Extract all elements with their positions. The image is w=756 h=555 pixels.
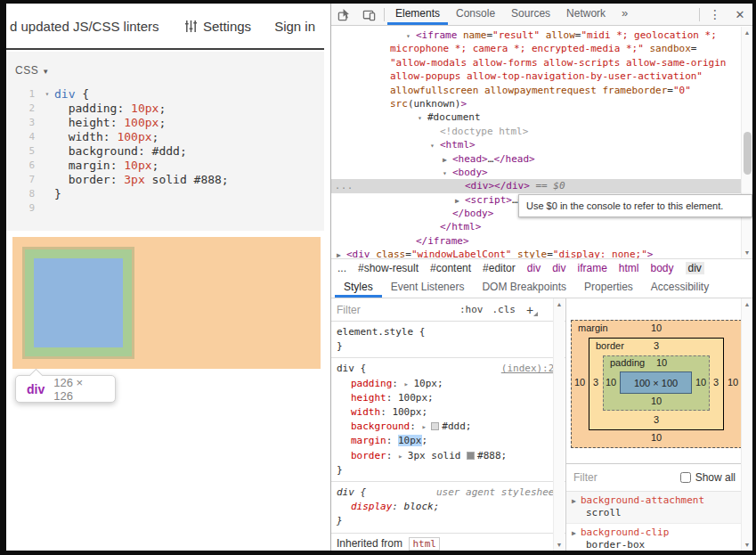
tree-node[interactable]: ▶<div class="windowLabelCont" style="dis… — [331, 248, 752, 258]
breadcrumb-item[interactable]: ... — [337, 262, 346, 274]
tree-node[interactable]: </html> — [331, 220, 752, 233]
tooltip-tag-name: div — [27, 382, 45, 396]
computed-scrollbar[interactable]: ▲ ▼ — [741, 298, 752, 551]
more-tabs-button[interactable]: » — [614, 4, 636, 25]
device-toolbar-icon[interactable] — [356, 4, 381, 25]
tab-dom-breakpoints[interactable]: DOM Breakpoints — [473, 277, 575, 298]
tab-network[interactable]: Network — [558, 4, 614, 25]
code-line[interactable]: 1▾div { — [6, 87, 324, 102]
code-line[interactable]: 7 border: 3px solid #888; — [6, 173, 324, 187]
expand-arrow-icon[interactable]: ▶ — [572, 529, 581, 537]
node-options-icon[interactable]: ... — [335, 179, 354, 192]
computed-property[interactable]: ▶background-attachmentscroll — [566, 492, 743, 524]
user-agent-div-rule: div { user agent stylesheet display: blo… — [331, 482, 565, 534]
code-line[interactable]: 6 margin: 10px; — [6, 159, 324, 173]
style-property[interactable]: width: 100px; — [337, 405, 560, 420]
code-line[interactable]: 5 background: #ddd; — [6, 144, 324, 159]
elements-tree[interactable]: ▾<iframe name="result" allow="midi *; ge… — [331, 26, 752, 258]
style-property[interactable]: margin: 10px; — [337, 434, 560, 448]
code-line[interactable]: 3 height: 100px; — [6, 116, 324, 130]
tree-node[interactable]: microphone *; camera *; encrypted-media … — [331, 42, 752, 55]
settings-label: Settings — [203, 19, 251, 34]
elements-scrollbar[interactable]: ▲ ▼ — [741, 27, 752, 258]
style-property[interactable]: background: ▸ #ddd; — [337, 420, 560, 434]
css-editor-panel[interactable]: CSS▼ 1▾div {2 padding: 10px;3 height: 10… — [6, 52, 324, 231]
show-all-checkbox[interactable] — [680, 472, 691, 483]
code-line[interactable]: 2 padding: 10px; — [6, 102, 324, 116]
toggle-class-button[interactable]: .cls — [492, 304, 516, 315]
styles-scrollbar[interactable]: ▲ ▼ — [553, 298, 565, 551]
stylesheet-source-link[interactable]: (index):22 — [501, 362, 560, 376]
tree-node[interactable]: src(unknown)> — [331, 97, 752, 110]
tree-node[interactable]: </iframe> — [331, 234, 752, 248]
scroll-down-icon[interactable]: ▼ — [742, 542, 752, 548]
tree-node[interactable]: ▾<body> — [331, 166, 752, 179]
breadcrumb-item[interactable]: #content — [430, 262, 471, 274]
settings-button[interactable]: Settings — [184, 19, 251, 34]
sign-in-button[interactable]: Sign in — [274, 19, 315, 34]
code-line[interactable]: 9 — [6, 201, 324, 216]
breadcrumb-item[interactable]: div — [527, 262, 541, 274]
breadcrumb-item[interactable]: html — [619, 262, 639, 274]
tree-node-selected[interactable]: ...<div></div> == $0 — [331, 179, 752, 192]
close-icon[interactable]: ✕ — [728, 4, 752, 25]
code-fold-icon[interactable]: ▾ — [40, 87, 54, 102]
toggle-hover-state-button[interactable]: :hov — [459, 304, 484, 315]
css-panel-label[interactable]: CSS▼ — [15, 64, 50, 77]
element-style-rule[interactable]: element.style { } — [331, 322, 565, 358]
inspect-element-icon[interactable] — [331, 4, 356, 25]
kebab-menu-icon[interactable]: ⋮ — [703, 4, 728, 25]
breadcrumb-item[interactable]: #editor — [483, 262, 516, 274]
element-size-tooltip: div 126 × 126 — [15, 375, 116, 403]
inherited-from-row: Inherited from html — [331, 534, 565, 551]
expand-arrow-icon[interactable]: ▶ — [572, 497, 581, 505]
box-model-diagram: 100 × 100 margin 10 border 3 padding 10 … — [571, 320, 742, 448]
tree-node[interactable]: ▾#document — [331, 110, 752, 124]
computed-filter-input[interactable]: Filter — [573, 471, 680, 484]
breadcrumb-item[interactable]: div — [686, 262, 704, 274]
styles-filter-input[interactable] — [337, 304, 451, 316]
styles-filter-row: :hov .cls + — [331, 298, 565, 322]
style-property[interactable]: height: 100px; — [337, 391, 560, 405]
tab-properties[interactable]: Properties — [575, 277, 642, 298]
tree-node[interactable]: ▾<iframe name="result" allow="midi *; ge… — [331, 29, 752, 42]
tab-console[interactable]: Console — [448, 4, 503, 25]
style-property[interactable]: padding: ▸ 10px; — [337, 377, 560, 391]
code-line[interactable]: 4 width: 100px; — [6, 130, 324, 144]
scroll-up-icon[interactable]: ▲ — [742, 301, 752, 307]
settings-sliders-icon — [184, 20, 198, 33]
tooltip-size: 126 × 126 — [53, 376, 104, 403]
tree-node[interactable]: ▾<html> — [331, 138, 752, 151]
code-line[interactable]: 8} — [6, 187, 324, 201]
styles-pane: :hov .cls + element.style { } div { (ind… — [331, 298, 565, 551]
inherited-node-link[interactable]: html — [409, 537, 440, 551]
tab-accessibility[interactable]: Accessibility — [642, 277, 718, 298]
style-property[interactable]: display: block; — [337, 500, 560, 514]
breadcrumb-item[interactable]: body — [651, 262, 674, 274]
tab-sources[interactable]: Sources — [503, 4, 558, 25]
code-editor[interactable]: 1▾div {2 padding: 10px;3 height: 100px;4… — [6, 87, 324, 216]
style-property[interactable]: border: ▸ 3px solid #888; — [337, 449, 560, 463]
tree-node[interactable]: allowfullscreen allowpaymentrequest fram… — [331, 84, 752, 97]
scroll-up-icon[interactable]: ▲ — [742, 29, 752, 36]
scroll-down-icon[interactable]: ▼ — [554, 542, 565, 548]
tab-event-listeners[interactable]: Event Listeners — [382, 277, 474, 298]
box-model-content[interactable]: 100 × 100 — [620, 371, 692, 394]
breadcrumb-item[interactable]: #show-result — [358, 262, 419, 274]
scrollbar-thumb[interactable] — [744, 132, 752, 175]
sidebar-tabs: StylesEvent ListenersDOM BreakpointsProp… — [331, 277, 752, 298]
tree-node[interactable]: "allow-modals allow-forms allow-scripts … — [331, 56, 752, 69]
tree-node[interactable]: allow-popups allow-top-navigation-by-use… — [331, 69, 752, 83]
scroll-down-icon[interactable]: ▼ — [742, 249, 752, 256]
tab-styles[interactable]: Styles — [335, 277, 382, 298]
rule-selector[interactable]: div { — [337, 486, 366, 500]
breadcrumb-item[interactable]: div — [552, 262, 565, 274]
tab-elements[interactable]: Elements — [387, 4, 448, 25]
rule-selector[interactable]: div { — [337, 362, 366, 376]
scroll-up-icon[interactable]: ▲ — [554, 301, 565, 307]
tree-node[interactable]: ▶<head>…</head> — [331, 152, 752, 166]
breadcrumb-item[interactable]: iframe — [577, 262, 606, 274]
tree-node[interactable]: <!doctype html> — [331, 125, 752, 138]
new-style-rule-button[interactable]: + — [526, 303, 533, 317]
computed-property[interactable]: ▶background-clipborder-box — [566, 524, 743, 551]
